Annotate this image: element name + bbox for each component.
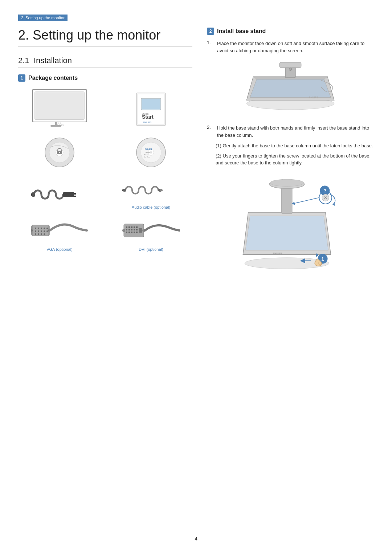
svg-point-48	[35, 233, 36, 235]
step-1-text: Place the monitor face down on soft and …	[217, 40, 374, 54]
install-badge: 2	[207, 28, 214, 35]
svg-point-5	[60, 123, 61, 124]
step-2-text: Hold the base stand with both hands and …	[217, 124, 374, 139]
svg-point-51	[44, 233, 45, 235]
svg-text:PHILIPS: PHILIPS	[145, 148, 152, 150]
svg-text:2: 2	[323, 188, 326, 193]
chapter-title: 2. Setting up the monitor	[18, 28, 192, 47]
svg-point-81	[270, 179, 304, 186]
svg-point-4	[58, 123, 60, 124]
chapter-title-text: Setting up the monitor	[33, 28, 160, 42]
package-contents-header: 1 Package contents	[18, 74, 192, 82]
svg-text:User Manual: User Manual	[144, 156, 150, 158]
step-1-row: 1. Place the monitor face down on soft a…	[207, 40, 374, 54]
svg-point-19	[59, 152, 60, 153]
chapter-number: 2.	[18, 28, 29, 42]
step-2-num: 2.	[207, 124, 214, 139]
svg-point-50	[41, 233, 42, 235]
svg-point-37	[160, 189, 162, 191]
svg-rect-30	[74, 196, 76, 197]
svg-rect-1	[35, 92, 84, 119]
breadcrumb: 2. Setting up the monitor	[18, 15, 68, 21]
list-item: PHILIPS	[18, 87, 101, 130]
quickstart-icon: Quick Start PHILIPS	[131, 91, 171, 127]
power-cable-icon	[30, 182, 89, 207]
list-item: Audio cable (optional)	[110, 177, 192, 209]
svg-text:Software: Software	[144, 154, 149, 156]
install-diagram-illustration: 1 2	[240, 170, 341, 279]
right-column: 2 Install base stand 1. Place the monito…	[207, 28, 374, 522]
list-item: VGA (optional)	[18, 216, 101, 252]
step-1-num: 1.	[207, 40, 214, 54]
svg-rect-67	[131, 232, 132, 233]
dvi-label: DVI (optional)	[139, 247, 163, 252]
svg-point-38	[35, 228, 36, 229]
left-column: 2. Setting up the monitor 2.1 Installati…	[18, 28, 192, 522]
svg-text:Monitor: Monitor	[146, 151, 151, 153]
substep-1: (1) Gently attach the base to the base c…	[216, 142, 374, 150]
dvi-cable-icon	[122, 216, 180, 245]
package-badge: 1	[18, 74, 25, 82]
section-title-text: Installation	[34, 56, 72, 65]
list-item	[18, 136, 101, 171]
svg-rect-58	[134, 226, 135, 228]
svg-point-41	[44, 228, 45, 229]
main-columns: 2. Setting up the monitor 2.1 Installati…	[18, 28, 374, 522]
package-heading: Package contents	[28, 75, 78, 81]
list-item	[18, 177, 101, 209]
svg-rect-61	[128, 229, 130, 230]
svg-rect-34	[122, 189, 123, 191]
install-header: 2 Install base stand	[207, 28, 374, 35]
svg-point-42	[46, 228, 48, 229]
svg-rect-10	[142, 99, 160, 109]
svg-point-47	[46, 230, 48, 232]
svg-text:PHILIPS: PHILIPS	[309, 97, 318, 99]
svg-rect-65	[126, 232, 127, 233]
svg-point-45	[41, 230, 42, 232]
svg-rect-57	[131, 226, 132, 228]
section-title: 2.1 Installation	[18, 56, 192, 68]
substep-2: (2) Use your fingers to tighten the scre…	[216, 152, 374, 167]
svg-rect-56	[128, 226, 130, 228]
svg-point-71	[122, 229, 125, 232]
svg-rect-55	[126, 226, 127, 228]
list-item: DVI (optional)	[110, 216, 192, 252]
svg-rect-52	[31, 229, 33, 232]
svg-rect-28	[63, 192, 74, 197]
svg-rect-70	[139, 228, 142, 233]
list-item: PHILIPS Monitor Software User Manual	[110, 136, 192, 171]
step-2-row: 2. Hold the base stand with both hands a…	[207, 124, 374, 139]
svg-text:PHILIPS: PHILIPS	[57, 124, 64, 126]
svg-rect-29	[74, 193, 76, 195]
monitor-cd-icon: PHILIPS Monitor Software User Manual	[135, 136, 167, 169]
section-number: 2.1	[18, 56, 29, 65]
svg-rect-62	[131, 229, 132, 230]
page-number: 4	[18, 536, 374, 541]
install-heading: Install base stand	[217, 28, 266, 34]
svg-point-43	[35, 230, 36, 232]
vga-cable-icon	[30, 216, 89, 245]
svg-text:PHILIPS: PHILIPS	[273, 252, 283, 255]
package-grid: PHILIPS	[18, 87, 192, 252]
svg-rect-68	[134, 232, 135, 233]
svg-point-46	[44, 230, 45, 232]
monitor-face-down-illustration: PHILIPS	[243, 58, 338, 116]
audio-cable-label: Audio cable (optional)	[132, 205, 170, 209]
list-item: Quick Start PHILIPS	[110, 87, 192, 130]
svg-rect-60	[126, 229, 127, 230]
svg-rect-66	[128, 232, 130, 233]
cd-icon	[43, 136, 76, 169]
svg-point-44	[38, 230, 39, 232]
svg-rect-69	[136, 232, 138, 233]
svg-text:PHILIPS: PHILIPS	[143, 121, 151, 123]
svg-rect-64	[136, 229, 138, 230]
svg-rect-75	[279, 62, 301, 68]
svg-rect-31	[32, 192, 35, 197]
svg-point-49	[38, 233, 39, 235]
svg-text:1: 1	[321, 256, 324, 261]
svg-point-39	[38, 228, 39, 229]
svg-text:Start: Start	[142, 114, 154, 120]
page-container: 2. Setting up the monitor 2. Setting up …	[0, 0, 392, 556]
svg-point-40	[41, 228, 42, 229]
svg-rect-59	[136, 226, 138, 228]
